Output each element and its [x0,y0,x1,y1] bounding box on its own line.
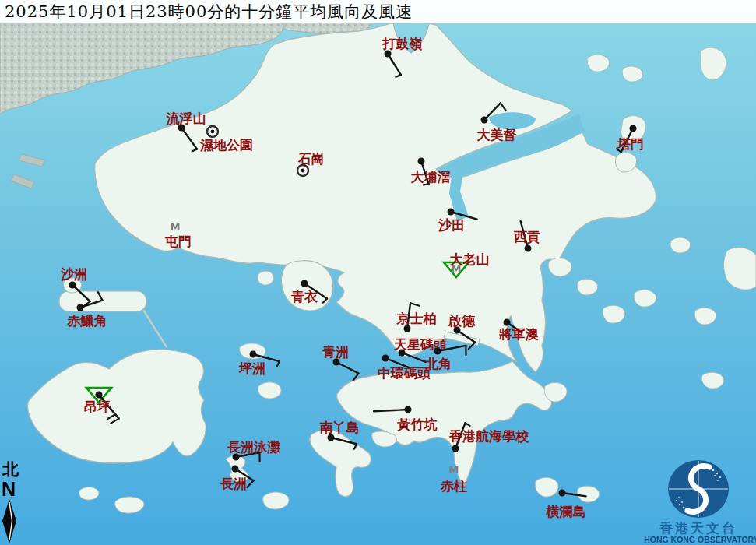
land-port-shelter-1 [548,258,571,276]
hko-logo-cn: 香港天文台 [659,520,737,536]
wind-map-screenshot: 打鼓嶺流浮山濕地公園石崗大美督塔門大埔滘沙田西貢M屯門M大老山沙洲赤鱲角青衣京士… [0,0,756,545]
station-label: 南丫島 [320,420,360,435]
station-label: 石崗 [297,151,325,167]
land-po-toi-1 [535,477,558,497]
station-label: 啟德 [448,313,476,329]
land-crooked-2 [622,66,643,82]
land-soko-2 [79,487,99,501]
station-label: 昂坪 [84,399,111,414]
title-bar: 2025年10月01日23時00分的十分鐘平均風向及風速 [0,0,756,23]
land-right-edge-2 [694,308,716,325]
map-title: 2025年10月01日23時00分的十分鐘平均風向及風速 [5,1,413,23]
land-kau-sai-chau [634,290,656,307]
station-label: 濕地公園 [199,137,253,153]
land-ninepin [701,372,723,389]
north-hanzi-label: 北 [2,459,19,479]
station-label: 大美督 [477,127,517,142]
station-label: 沙田 [438,217,465,233]
station-label: 香港航海學校 [448,428,529,444]
land-port-shelter-2 [577,279,598,295]
station-label: 橫瀾島 [546,504,586,519]
station-label: 塔門 [617,136,644,152]
calm-dot [211,130,215,134]
station-label: 流浮山 [166,111,206,126]
maintenance-m-mark: M [171,221,181,233]
hko-logo-en: HONG KONG OBSERVATORY [644,535,756,544]
station-label: 黃竹坑 [397,417,438,432]
land-crooked-1 [587,54,610,72]
station-label: 青衣 [291,289,318,304]
land-tung-lung [544,382,567,402]
station-label: 赤柱 [440,478,467,494]
land-hei-ling-chau [258,382,281,399]
north-n-label: N [2,478,16,500]
station-label: 長洲 [220,476,247,491]
maintenance-m-mark: M [449,464,459,476]
station-label: 西貢 [513,229,540,244]
station-label: 將軍澳 [498,326,540,342]
land-ma-wan [258,271,274,285]
station-label: 長洲泳灘 [227,439,281,455]
station-label: 大老山 [450,251,490,267]
land-po-toi-2 [577,486,599,502]
station-label: 中環碼頭 [378,365,431,381]
station-label: 大埔滘 [411,169,451,185]
land-jin-island [603,305,625,323]
station-label: 打鼓嶺 [382,36,423,51]
station-label: 赤鱲角 [67,313,107,329]
station-label: 青洲 [322,344,349,360]
land-soko-1 [115,497,144,513]
hong-kong-map: 打鼓嶺流浮山濕地公園石崗大美督塔門大埔滘沙田西貢M屯門M大老山沙洲赤鱲角青衣京士… [0,0,756,545]
station-label: 屯門 [164,234,192,249]
calm-dot [301,169,305,173]
station-label: 坪洲 [238,360,265,376]
station-label: 沙洲 [60,266,87,282]
land-airport-platform [59,291,146,311]
station-label: 京士柏 [396,311,437,326]
land-basalt [670,237,691,253]
land-shek-kwu-chau [263,492,289,509]
